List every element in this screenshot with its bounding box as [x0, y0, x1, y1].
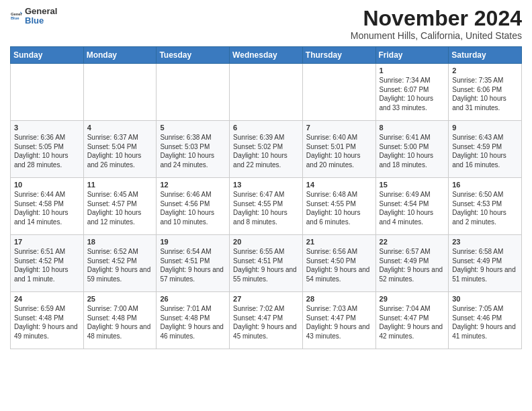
day-info: Sunrise: 6:51 AM Sunset: 4:52 PM Dayligh… — [14, 247, 80, 283]
logo-blue-text: Blue — [25, 16, 57, 26]
day-info: Sunrise: 6:56 AM Sunset: 4:50 PM Dayligh… — [306, 247, 372, 283]
calendar-cell — [302, 64, 375, 121]
calendar-cell: 6Sunrise: 6:39 AM Sunset: 5:02 PM Daylig… — [230, 121, 303, 178]
day-number: 28 — [306, 295, 372, 303]
day-info: Sunrise: 7:01 AM Sunset: 4:48 PM Dayligh… — [160, 304, 226, 340]
day-number: 14 — [306, 181, 372, 189]
day-info: Sunrise: 6:49 AM Sunset: 4:54 PM Dayligh… — [380, 190, 445, 226]
calendar-week-1: 1Sunrise: 7:34 AM Sunset: 6:07 PM Daylig… — [11, 64, 522, 121]
calendar-cell: 22Sunrise: 6:57 AM Sunset: 4:49 PM Dayli… — [375, 235, 449, 292]
day-info: Sunrise: 7:00 AM Sunset: 4:48 PM Dayligh… — [87, 304, 153, 340]
calendar-cell: 28Sunrise: 7:03 AM Sunset: 4:47 PM Dayli… — [302, 292, 375, 349]
day-number: 27 — [233, 295, 299, 303]
calendar-cell: 7Sunrise: 6:40 AM Sunset: 5:01 PM Daylig… — [302, 121, 375, 178]
day-number: 22 — [380, 238, 445, 246]
day-info: Sunrise: 7:04 AM Sunset: 4:47 PM Dayligh… — [380, 304, 445, 340]
calendar-cell: 12Sunrise: 6:46 AM Sunset: 4:56 PM Dayli… — [157, 178, 230, 235]
calendar-cell: 27Sunrise: 7:02 AM Sunset: 4:47 PM Dayli… — [230, 292, 303, 349]
calendar-header: SundayMondayTuesdayWednesdayThursdayFrid… — [11, 47, 522, 64]
weekday-header-sunday: Sunday — [11, 47, 84, 64]
calendar-cell: 30Sunrise: 7:05 AM Sunset: 4:46 PM Dayli… — [449, 292, 522, 349]
calendar-cell: 1Sunrise: 7:34 AM Sunset: 6:07 PM Daylig… — [375, 64, 449, 121]
day-number: 15 — [380, 181, 445, 189]
calendar-cell — [230, 64, 303, 121]
title-area: November 2024 Monument Hills, California… — [351, 7, 522, 41]
logo-general-text: General — [25, 7, 57, 16]
calendar-cell: 15Sunrise: 6:49 AM Sunset: 4:54 PM Dayli… — [375, 178, 449, 235]
day-info: Sunrise: 6:36 AM Sunset: 5:05 PM Dayligh… — [14, 133, 80, 169]
day-info: Sunrise: 6:41 AM Sunset: 5:00 PM Dayligh… — [380, 133, 445, 169]
day-info: Sunrise: 6:38 AM Sunset: 5:03 PM Dayligh… — [160, 133, 226, 169]
day-number: 26 — [160, 295, 226, 303]
calendar-week-5: 24Sunrise: 6:59 AM Sunset: 4:48 PM Dayli… — [11, 292, 522, 349]
day-number: 4 — [87, 124, 153, 132]
day-info: Sunrise: 7:02 AM Sunset: 4:47 PM Dayligh… — [233, 304, 299, 340]
calendar-cell: 16Sunrise: 6:50 AM Sunset: 4:53 PM Dayli… — [449, 178, 522, 235]
calendar-cell: 29Sunrise: 7:04 AM Sunset: 4:47 PM Dayli… — [375, 292, 449, 349]
day-number: 7 — [306, 124, 372, 132]
calendar-week-3: 10Sunrise: 6:44 AM Sunset: 4:58 PM Dayli… — [11, 178, 522, 235]
day-number: 8 — [380, 124, 445, 132]
day-info: Sunrise: 6:55 AM Sunset: 4:51 PM Dayligh… — [233, 247, 299, 283]
day-number: 12 — [160, 181, 226, 189]
weekday-header-row: SundayMondayTuesdayWednesdayThursdayFrid… — [11, 47, 522, 64]
calendar-cell: 4Sunrise: 6:37 AM Sunset: 5:04 PM Daylig… — [83, 121, 157, 178]
svg-text:Blue: Blue — [11, 17, 19, 21]
day-info: Sunrise: 6:45 AM Sunset: 4:57 PM Dayligh… — [87, 190, 153, 226]
day-number: 24 — [14, 295, 80, 303]
calendar-cell: 19Sunrise: 6:54 AM Sunset: 4:51 PM Dayli… — [157, 235, 230, 292]
location-subtitle: Monument Hills, California, United State… — [351, 30, 522, 41]
day-number: 20 — [233, 238, 299, 246]
logo-icon: General Blue — [10, 10, 22, 22]
calendar-cell — [157, 64, 230, 121]
day-info: Sunrise: 6:37 AM Sunset: 5:04 PM Dayligh… — [87, 133, 153, 169]
calendar-cell: 3Sunrise: 6:36 AM Sunset: 5:05 PM Daylig… — [11, 121, 84, 178]
day-number: 21 — [306, 238, 372, 246]
day-info: Sunrise: 6:47 AM Sunset: 4:55 PM Dayligh… — [233, 190, 299, 226]
calendar-cell: 23Sunrise: 6:58 AM Sunset: 4:49 PM Dayli… — [449, 235, 522, 292]
day-info: Sunrise: 6:54 AM Sunset: 4:51 PM Dayligh… — [160, 247, 226, 283]
calendar-cell: 10Sunrise: 6:44 AM Sunset: 4:58 PM Dayli… — [11, 178, 84, 235]
month-title: November 2024 — [351, 7, 522, 30]
day-info: Sunrise: 6:43 AM Sunset: 4:59 PM Dayligh… — [452, 133, 518, 169]
calendar-cell: 21Sunrise: 6:56 AM Sunset: 4:50 PM Dayli… — [302, 235, 375, 292]
calendar-body: 1Sunrise: 7:34 AM Sunset: 6:07 PM Daylig… — [11, 64, 522, 349]
calendar-cell: 2Sunrise: 7:35 AM Sunset: 6:06 PM Daylig… — [449, 64, 522, 121]
day-number: 13 — [233, 181, 299, 189]
header: General Blue General Blue November 2024 … — [10, 7, 522, 41]
calendar-week-4: 17Sunrise: 6:51 AM Sunset: 4:52 PM Dayli… — [11, 235, 522, 292]
day-info: Sunrise: 6:39 AM Sunset: 5:02 PM Dayligh… — [233, 133, 299, 169]
weekday-header-tuesday: Tuesday — [157, 47, 230, 64]
calendar-week-2: 3Sunrise: 6:36 AM Sunset: 5:05 PM Daylig… — [11, 121, 522, 178]
day-info: Sunrise: 6:48 AM Sunset: 4:55 PM Dayligh… — [306, 190, 372, 226]
day-info: Sunrise: 7:05 AM Sunset: 4:46 PM Dayligh… — [452, 304, 518, 340]
calendar-cell: 14Sunrise: 6:48 AM Sunset: 4:55 PM Dayli… — [302, 178, 375, 235]
day-info: Sunrise: 7:34 AM Sunset: 6:07 PM Dayligh… — [380, 76, 445, 112]
calendar-cell: 5Sunrise: 6:38 AM Sunset: 5:03 PM Daylig… — [157, 121, 230, 178]
calendar-cell: 9Sunrise: 6:43 AM Sunset: 4:59 PM Daylig… — [449, 121, 522, 178]
calendar-cell — [83, 64, 157, 121]
weekday-header-monday: Monday — [83, 47, 157, 64]
day-number: 10 — [14, 181, 80, 189]
day-info: Sunrise: 6:46 AM Sunset: 4:56 PM Dayligh… — [160, 190, 226, 226]
day-number: 29 — [380, 295, 445, 303]
day-number: 16 — [452, 181, 518, 189]
day-info: Sunrise: 7:03 AM Sunset: 4:47 PM Dayligh… — [306, 304, 372, 340]
day-number: 3 — [14, 124, 80, 132]
day-number: 18 — [87, 238, 153, 246]
day-info: Sunrise: 6:58 AM Sunset: 4:49 PM Dayligh… — [452, 247, 518, 283]
calendar-cell — [11, 64, 84, 121]
weekday-header-thursday: Thursday — [302, 47, 375, 64]
day-number: 11 — [87, 181, 153, 189]
weekday-header-saturday: Saturday — [449, 47, 522, 64]
calendar-cell: 17Sunrise: 6:51 AM Sunset: 4:52 PM Dayli… — [11, 235, 84, 292]
calendar-cell: 24Sunrise: 6:59 AM Sunset: 4:48 PM Dayli… — [11, 292, 84, 349]
day-info: Sunrise: 6:57 AM Sunset: 4:49 PM Dayligh… — [380, 247, 445, 283]
calendar-cell: 20Sunrise: 6:55 AM Sunset: 4:51 PM Dayli… — [230, 235, 303, 292]
calendar-cell: 18Sunrise: 6:52 AM Sunset: 4:52 PM Dayli… — [83, 235, 157, 292]
day-number: 30 — [452, 295, 518, 303]
day-info: Sunrise: 6:59 AM Sunset: 4:48 PM Dayligh… — [14, 304, 80, 340]
day-number: 25 — [87, 295, 153, 303]
logo: General Blue General Blue — [10, 7, 57, 26]
day-number: 5 — [160, 124, 226, 132]
